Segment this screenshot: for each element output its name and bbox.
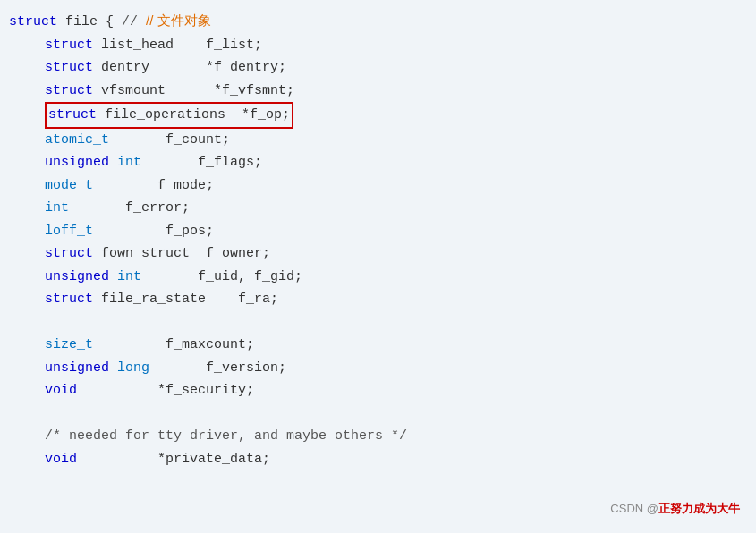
text-4: file_operations *f_op; (97, 104, 290, 127)
space-6 (109, 151, 117, 174)
kw-unsigned-2: unsigned (45, 266, 109, 289)
space-11 (109, 266, 117, 289)
type-size: size_t (45, 334, 93, 357)
text-12: file_ra_state f_ra; (93, 288, 278, 311)
struct-keyword: struct (9, 11, 57, 34)
line-comment: /* needed for tty driver, and maybe othe… (9, 425, 738, 448)
watermark-brand: 正努力成为大牛 (658, 502, 740, 515)
kw-struct-4: struct (48, 104, 97, 127)
kw-struct-1: struct (45, 34, 93, 57)
text-13: f_maxcount; (93, 334, 254, 357)
line-vfsmount: struct vfsmount *f_vfsmnt; (9, 80, 738, 103)
kw-struct-2: struct (45, 56, 93, 80)
kw-unsigned-3: unsigned (45, 357, 109, 380)
line-list-head: struct list_head f_list; (9, 34, 738, 57)
watermark-prefix: CSDN @ (610, 502, 658, 515)
text-8: f_error; (69, 197, 190, 220)
code-container: struct file { // // 文件对象 struct list_hea… (0, 0, 756, 533)
line-file-ra: struct file_ra_state f_ra; (9, 288, 738, 311)
line-fown: struct fown_struct f_owner; (9, 242, 738, 266)
line-dentry: struct dentry *f_dentry; (9, 56, 738, 80)
kw-struct-3: struct (45, 80, 93, 103)
line-uid-gid: unsigned int f_uid, f_gid; (9, 266, 738, 289)
type-long: long (117, 357, 149, 380)
watermark: CSDN @正努力成为大牛 (610, 501, 740, 517)
kw-unsigned-1: unsigned (45, 151, 109, 174)
text-10: fown_struct f_owner; (93, 242, 270, 266)
kw-void-1: void (45, 379, 77, 402)
text-3: vfsmount *f_vfsmnt; (93, 80, 294, 103)
text-2: dentry *f_dentry; (93, 56, 286, 80)
line-security: void *f_security; (9, 379, 738, 402)
line-private-data: void *private_data; (9, 448, 738, 471)
text-1: list_head f_list; (93, 34, 262, 57)
line-file-operations: struct file_operations *f_op; (9, 102, 738, 129)
kw-struct-6: struct (45, 288, 93, 311)
open-brace (98, 11, 106, 34)
text-5: f_count; (109, 129, 230, 152)
blank-line-2 (9, 402, 738, 426)
type-atomic: atomic_t (45, 129, 109, 152)
line-flags: unsigned int f_flags; (9, 151, 738, 174)
space-after-brace (114, 11, 122, 34)
kw-void-2: void (45, 448, 77, 471)
line-error: int f_error; (9, 197, 738, 220)
code-block: struct file { // // 文件对象 struct list_hea… (9, 9, 738, 470)
kw-struct-5: struct (45, 242, 93, 266)
struct-file-name: file (65, 11, 98, 34)
line-mode: mode_t f_mode; (9, 174, 738, 198)
title-line: struct file { // // 文件对象 (9, 9, 738, 34)
title-comment-cn: // 文件对象 (146, 9, 211, 32)
line-atomic: atomic_t f_count; (9, 129, 738, 152)
type-loff: loff_t (45, 220, 93, 243)
type-mode: mode_t (45, 174, 93, 198)
text-15: *f_security; (77, 379, 254, 402)
line-pos: loff_t f_pos; (9, 220, 738, 243)
type-int-1: int (117, 151, 141, 174)
line-version: unsigned long f_version; (9, 357, 738, 380)
type-int-2: int (45, 197, 69, 220)
comment-tty: /* needed for tty driver, and maybe othe… (45, 425, 407, 448)
line-maxcount: size_t f_maxcount; (9, 334, 738, 357)
highlighted-struct: struct file_operations *f_op; (45, 102, 293, 129)
blank-line-1 (9, 311, 738, 334)
text-14: f_version; (149, 357, 286, 380)
text-17: *private_data; (77, 448, 270, 471)
title-comment: // (122, 11, 146, 34)
space-14 (109, 357, 117, 380)
text-7: f_mode; (93, 174, 214, 198)
text-9: f_pos; (93, 220, 214, 243)
brace-char: { (106, 11, 114, 34)
type-int-3: int (117, 266, 141, 289)
text-11: f_uid, f_gid; (141, 266, 302, 289)
text-6: f_flags; (141, 151, 262, 174)
struct-name (57, 11, 65, 34)
